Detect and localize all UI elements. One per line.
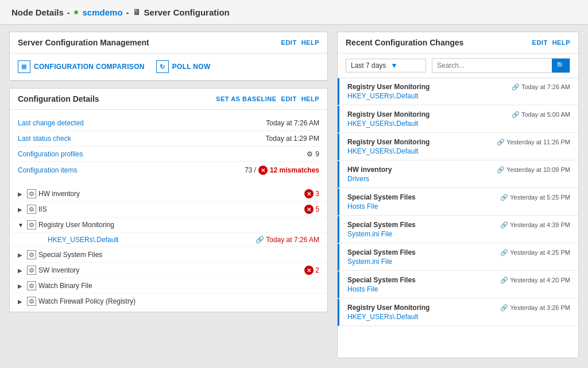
- set-baseline-link[interactable]: SET AS BASELINE: [216, 95, 277, 102]
- tree-item-registry-user-monitoring[interactable]: ▼ ⚙ Registry User Monitoring: [10, 217, 327, 233]
- tree-item-watch-firewall[interactable]: ▶ ⚙ Watch Firewall Policy (Registry): [10, 294, 327, 309]
- config-edit-link[interactable]: EDIT: [281, 95, 297, 102]
- config-items-label: Configuration items: [18, 166, 77, 174]
- header-sep1: -: [67, 7, 70, 17]
- tree-expand-arrow[interactable]: ▶: [18, 267, 25, 274]
- tree-item-watch-binary[interactable]: ▶ ⚙ Watch Binary File: [10, 278, 327, 294]
- comparison-label: CONFIGURATION COMPARISON: [34, 63, 145, 71]
- poll-icon: ↻: [156, 60, 169, 73]
- tree-item-iis[interactable]: ▶ ⚙ IIS ✕5: [10, 202, 327, 217]
- change-item-link[interactable]: Hosts File: [347, 202, 570, 210]
- mismatch-count: 12 mismatches: [270, 166, 319, 174]
- change-item[interactable]: Special System Files 🔗 Yesterday at 4:20…: [338, 271, 578, 298]
- change-item-link[interactable]: HKEY_USERs\.Default: [347, 313, 570, 321]
- tree-gear-icon: ⚙: [27, 220, 36, 229]
- tree-gear-icon: ⚙: [27, 297, 36, 306]
- config-help-link[interactable]: HELP: [301, 95, 319, 102]
- scm-actions: EDIT HELP: [281, 39, 319, 46]
- search-box: 🔍: [432, 58, 570, 73]
- change-item-header: HW inventory 🔗 Yesterday at 10:09 PM: [347, 166, 570, 174]
- change-item-link[interactable]: HKEY_USERs\.Default: [347, 147, 570, 155]
- change-item-link[interactable]: HKEY_USERs\.Default: [347, 92, 570, 100]
- tree-item-count: ✕3: [304, 189, 319, 198]
- tree-expand-arrow[interactable]: ▶: [18, 206, 25, 213]
- tree-expand-arrow[interactable]: ▶: [18, 191, 25, 197]
- change-item[interactable]: Registry User Monitoring 🔗 Yesterday at …: [338, 299, 578, 326]
- tree-item-label: Watch Binary File: [38, 282, 319, 290]
- change-item-name: Registry User Monitoring: [347, 83, 430, 91]
- last-status-label: Last status check: [18, 135, 71, 143]
- last-change-row: Last change detected Today at 7:26 AM: [18, 116, 319, 131]
- page-header: Node Details - ● scmdemo - 🖥 Server Conf…: [0, 0, 588, 25]
- change-item[interactable]: Special System Files 🔗 Yesterday at 4:25…: [338, 244, 578, 271]
- change-item-time: 🔗 Yesterday at 4:25 PM: [500, 249, 570, 256]
- gear-inline-icon: ⚙: [307, 150, 313, 158]
- config-comparison-button[interactable]: ⊞ CONFIGURATION COMPARISON: [18, 60, 145, 73]
- link-icon: 🔗: [500, 277, 508, 284]
- tree-gear-icon: ⚙: [27, 189, 36, 198]
- tree-gear-icon: ⚙: [27, 250, 36, 259]
- mismatch-icon: ✕: [258, 166, 268, 175]
- change-item[interactable]: Registry User Monitoring 🔗 Yesterday at …: [338, 133, 578, 160]
- change-item-link[interactable]: Hosts File: [347, 285, 570, 293]
- search-input[interactable]: [432, 59, 552, 72]
- tree-item-label: IIS: [38, 205, 302, 213]
- search-button[interactable]: 🔍: [552, 59, 570, 72]
- tree-expand-arrow[interactable]: ▼: [18, 222, 25, 228]
- right-edit-link[interactable]: EDIT: [532, 39, 548, 46]
- last-change-label: Last change detected: [18, 119, 84, 127]
- tree-expand-arrow[interactable]: ▶: [18, 283, 25, 289]
- change-item-link[interactable]: Drivers: [347, 175, 570, 183]
- date-filter-dropdown[interactable]: Last 7 days ▼: [346, 59, 426, 72]
- tree-gear-icon: ⚙: [27, 266, 36, 275]
- node-link[interactable]: scmdemo: [83, 7, 123, 17]
- change-item-time: 🔗 Yesterday at 5:25 PM: [500, 194, 570, 201]
- tree-item-label: Watch Firewall Policy (Registry): [38, 297, 319, 305]
- change-item-link[interactable]: System.ini File: [347, 230, 570, 238]
- page-title: Server Configuration: [144, 7, 230, 17]
- filter-controls: Last 7 days ▼ 🔍: [338, 53, 578, 78]
- change-item[interactable]: Registry User Monitoring 🔗 Today at 5:00…: [338, 106, 578, 133]
- tree-item-label[interactable]: HKEY_USERs\.Default: [48, 236, 253, 244]
- scm-edit-link[interactable]: EDIT: [281, 39, 297, 46]
- tree-item-special-system-files[interactable]: ▶ ⚙ Special System Files: [10, 247, 327, 263]
- mismatch-badge: ✕ 12 mismatches: [258, 166, 319, 175]
- header-sep2: -: [126, 7, 129, 17]
- change-item-time: 🔗 Yesterday at 3:26 PM: [500, 304, 570, 312]
- config-details-actions: SET AS BASELINE EDIT HELP: [216, 95, 319, 102]
- change-item-time: 🔗 Today at 5:00 AM: [512, 111, 570, 118]
- tree-expand-arrow[interactable]: ▶: [18, 252, 25, 258]
- scm-panel-title: Server Configuration Management: [18, 38, 149, 47]
- config-profiles-value: ⚙ 9: [307, 150, 319, 158]
- link-icon: 🔗: [500, 249, 508, 256]
- config-profiles-label: Configuration profiles: [18, 150, 83, 158]
- tree-item-label: Special System Files: [38, 251, 319, 259]
- right-panel-title: Recent Configuration Changes: [346, 38, 463, 47]
- change-item-link[interactable]: HKEY_USERs\.Default: [347, 120, 570, 128]
- change-item-header: Registry User Monitoring 🔗 Yesterday at …: [347, 138, 570, 146]
- config-details-title: Configuration Details: [18, 94, 99, 103]
- chevron-down-icon: ▼: [390, 62, 397, 70]
- link-icon: 🔗: [500, 221, 508, 229]
- tree-item-sw-inventory[interactable]: ▶ ⚙ SW inventory ✕2: [10, 263, 327, 278]
- config-items-row: Configuration items 73 / ✕ 12 mismatches: [18, 162, 319, 178]
- change-item-header: Special System Files 🔗 Yesterday at 4:20…: [347, 276, 570, 284]
- change-item[interactable]: Registry User Monitoring 🔗 Today at 7:26…: [338, 78, 578, 105]
- change-item[interactable]: Special System Files 🔗 Yesterday at 5:25…: [338, 189, 578, 216]
- poll-now-button[interactable]: ↻ POLL NOW: [156, 60, 211, 73]
- change-item-header: Registry User Monitoring 🔗 Today at 7:26…: [347, 83, 570, 91]
- last-status-value: Today at 1:29 PM: [266, 135, 319, 143]
- poll-label: POLL NOW: [172, 63, 211, 71]
- change-item[interactable]: HW inventory 🔗 Yesterday at 10:09 PM Dri…: [338, 161, 578, 188]
- tree-expand-arrow[interactable]: ▶: [18, 298, 25, 305]
- link-icon: 🔗: [512, 111, 520, 118]
- tree-item-label: HW inventory: [38, 190, 302, 198]
- right-help-link[interactable]: HELP: [552, 39, 570, 46]
- tree-item-registry-child[interactable]: HKEY_USERs\.Default 🔗 Today at 7:26 AM: [10, 233, 327, 247]
- change-item[interactable]: Special System Files 🔗 Yesterday at 4:39…: [338, 216, 578, 243]
- scm-help-link[interactable]: HELP: [301, 39, 319, 46]
- change-item-header: Special System Files 🔗 Yesterday at 4:39…: [347, 221, 570, 229]
- tree-gear-icon: ⚙: [27, 281, 36, 290]
- tree-item-hw-inventory[interactable]: ▶ ⚙ HW inventory ✕3: [10, 186, 327, 202]
- change-item-link[interactable]: System.ini File: [347, 258, 570, 266]
